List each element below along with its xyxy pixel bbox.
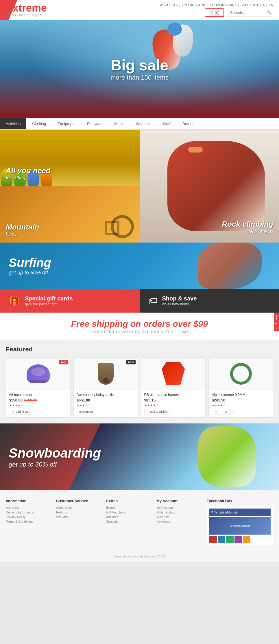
surfing-subtitle: get up to 50% off	[9, 270, 51, 276]
checkout-link[interactable]: CHECKOUT	[241, 3, 258, 7]
category-rock[interactable]: Rock climbing new arrivals	[140, 130, 279, 243]
search-button[interactable]: 🔍	[267, 10, 271, 15]
rafting-subtitle: for rafting	[6, 175, 51, 180]
tab-womens[interactable]: Women's	[130, 118, 157, 129]
footer-link-brands[interactable]: Brands	[106, 506, 151, 509]
click-here-tag[interactable]: click here	[274, 313, 279, 331]
facebook-icon: f	[212, 510, 213, 514]
footer-link-affiliates[interactable]: Affiliates	[106, 515, 151, 519]
promo-shop-subtitle: on all new items	[162, 302, 197, 306]
footer-link-specials[interactable]: Specials	[106, 520, 151, 523]
cart-button-rope[interactable]: 🛒	[212, 409, 220, 414]
category-rafting[interactable]: All you need for rafting	[0, 130, 140, 186]
snowboard-banner[interactable]: Snowboarding get up to 30% off	[0, 423, 279, 490]
fb-avatar-1	[209, 536, 217, 543]
promo-gift-cards[interactable]: 🎁 Special gift cards give the perfect gi…	[0, 289, 140, 313]
price-current-harness: $85.15	[144, 398, 156, 402]
rock-subtitle: new arrivals	[222, 229, 273, 234]
promo-gift-text: Special gift cards give the perfect gift	[25, 295, 73, 306]
cart-button[interactable]: 🛒 (0)	[205, 8, 224, 17]
footer-link-gift-vouchers[interactable]: Gift Vouchers	[106, 511, 151, 514]
search-input[interactable]	[227, 9, 273, 16]
promo-boxes: 🎁 Special gift cards give the perfect gi…	[0, 289, 279, 313]
facebook-box-label: TemplateMonster	[214, 511, 239, 514]
surfing-banner[interactable]: Surfing get up to 50% off	[0, 243, 279, 289]
product-card-belay: new Anthron lory belay device $651.00 ★★…	[73, 357, 138, 418]
footer-link-wish-list[interactable]: Wish List	[156, 515, 201, 519]
promo-gift-subtitle: give the perfect gift	[25, 302, 73, 306]
wishlist-link[interactable]: WISH LIST (0)	[160, 3, 180, 7]
product-badge-new: new	[126, 360, 135, 364]
logo: Extreme sports clothing & gear	[6, 3, 47, 17]
price-old-helmet: $180.00	[24, 398, 37, 402]
footer-col-facebook: Facebook Box f TemplateMonster TemplateM…	[207, 499, 273, 546]
product-badge-sale: sale	[59, 360, 68, 364]
rock-climber-figure	[167, 141, 265, 231]
promo-shop-save[interactable]: 🏷 Shop & save on all new items	[140, 289, 279, 313]
snowboard-subline: get up to 30% off	[9, 461, 101, 468]
footer-link-delivery[interactable]: Delivery Information	[6, 511, 50, 514]
shopping-cart-link[interactable]: SHOPPING CART	[210, 3, 236, 7]
featured-title: Featured	[6, 346, 273, 353]
stars-helmet: ★★★★☆	[9, 403, 67, 407]
product-name-harness: DS all-purpose harness	[144, 393, 203, 397]
fb-avatar-4	[234, 536, 242, 543]
category-bikes[interactable]: Mountain bikes	[0, 186, 140, 243]
currency-selector[interactable]: $	[263, 3, 265, 7]
footer-link-order-history[interactable]: Order History	[156, 511, 201, 514]
wishlist-button-helmet[interactable]: ♡	[34, 410, 38, 414]
product-name-helmet: Air tech helmet	[9, 393, 67, 397]
footer-extras-title: Extras	[106, 499, 151, 503]
my-account-link[interactable]: MY ACCOUNT	[184, 3, 206, 7]
promo-shop-title: Shop & save	[162, 295, 197, 302]
footer-facebook-title: Facebook Box	[207, 499, 273, 503]
tab-clothing[interactable]: Clothing	[26, 118, 52, 129]
device-shape	[98, 363, 114, 385]
footer-link-newsletter[interactable]: Newsletter	[156, 520, 201, 523]
hero-helmet	[167, 23, 182, 36]
tab-footwear[interactable]: Footwear	[81, 118, 108, 129]
footer-link-returns[interactable]: Returns	[56, 511, 101, 514]
search-wrap: 🔍	[227, 9, 273, 16]
tab-equipment[interactable]: Equipment	[52, 118, 81, 129]
footer-link-sitemap[interactable]: Site Map	[56, 515, 101, 519]
tag-icon: 🏷	[148, 296, 158, 306]
shipping-banner: Free shipping on orders over $99 THIS OF…	[0, 313, 279, 340]
footer-extras-links: Brands Gift Vouchers Affiliates Specials	[106, 506, 151, 523]
price-current-helmet: $150.00	[9, 398, 23, 402]
footer-link-my-account[interactable]: My Account	[156, 506, 201, 509]
footer-link-about[interactable]: About Us	[6, 506, 50, 509]
compare-button-belay[interactable]: ⊞ compare	[77, 409, 96, 414]
footer-customer-service-links: Contact Us Returns Site Map	[56, 506, 101, 519]
category-left-col: All you need for rafting Mountain bikes	[0, 130, 140, 243]
tab-activities[interactable]: Activities	[0, 118, 26, 129]
promo-gift-title: Special gift cards	[25, 295, 73, 302]
compare-button-rope[interactable]: ⊞	[222, 409, 230, 414]
footer-col-my-account: My Account My Account Order History Wish…	[156, 499, 201, 546]
hero-headline: Big sale	[110, 56, 169, 74]
fb-avatar-3	[226, 536, 234, 543]
shipping-headline: Free shipping on orders over $99	[9, 319, 270, 329]
tab-brands[interactable]: Brands	[177, 118, 200, 129]
footer-information-links: About Us Delivery Information Privacy Po…	[6, 506, 50, 523]
product-info-harness: DS all-purpose harness $85.15 ★★★★☆ ♡ ad…	[141, 390, 206, 417]
footer-link-privacy[interactable]: Privacy Policy	[6, 515, 50, 519]
logo-highlight: Ex	[6, 2, 19, 14]
bikes-subtitle: bikes	[6, 232, 39, 237]
wishlist-button-rope[interactable]: ♡	[231, 410, 235, 414]
footer-link-terms[interactable]: Terms & Conditions	[6, 520, 50, 523]
header-nav: WISH LIST (0) | MY ACCOUNT | SHOPPING CA…	[160, 3, 273, 17]
product-actions-helmet: 🛒 add to cart ♡	[9, 409, 67, 414]
footer-my-account-links: My Account Order History Wish List Newsl…	[156, 506, 201, 523]
tab-mens[interactable]: Men's	[108, 118, 130, 129]
footer-col-customer-service: Customer Service Contact Us Returns Site…	[56, 499, 101, 546]
facebook-avatars	[209, 536, 271, 543]
product-prices-belay: $651.00	[77, 398, 135, 402]
product-name-rope: Alpineextreme 9.9MM	[212, 393, 270, 397]
footer-link-contact[interactable]: Contact Us	[56, 506, 101, 509]
wishlist-button-harness[interactable]: ♡ add to wishlist	[144, 409, 171, 414]
add-to-cart-button-helmet[interactable]: 🛒 add to cart	[9, 409, 32, 414]
tab-kids[interactable]: Kids'	[157, 118, 177, 129]
language-selector[interactable]: EN	[269, 3, 273, 7]
product-actions-rope: 🛒 ⊞ ♡	[212, 409, 270, 414]
